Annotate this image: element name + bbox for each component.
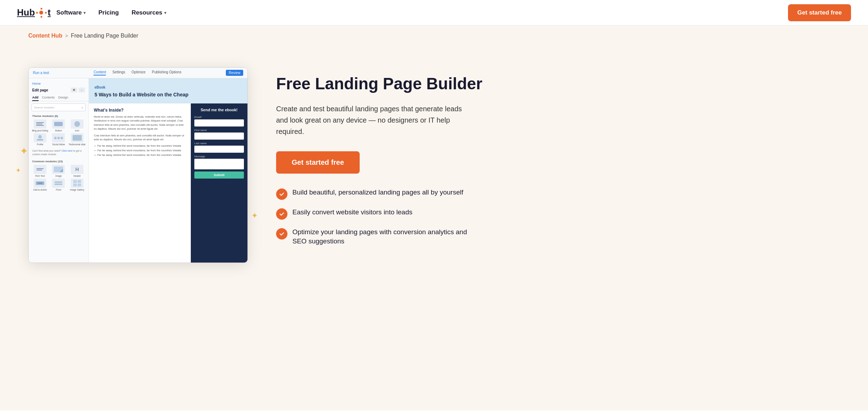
mockup-ebook-hero: eBook 5 Ways to Build a Website on the C… xyxy=(89,78,247,103)
module-blog-icon xyxy=(34,119,46,129)
mockup-content-body: What's Inside? Morbi et dolor est. Donec… xyxy=(89,103,247,263)
hero-check-item-1: Build beautiful, personalized landing pa… xyxy=(276,188,840,200)
module-image-gallery-icon xyxy=(71,179,84,188)
check-icon-2 xyxy=(276,208,287,220)
module-image[interactable]: Image xyxy=(50,165,67,177)
sparkle-icon-3: ✦ xyxy=(251,211,258,220)
mockup-common-modules-title: Common modules (13) xyxy=(29,158,88,164)
check-icon-1 xyxy=(276,188,287,200)
module-cta-icon xyxy=(34,179,46,188)
mockup-add-tab[interactable]: Add xyxy=(32,95,39,101)
module-image-icon xyxy=(52,165,65,174)
logo-spot-text: t xyxy=(48,7,51,18)
hero-get-started-button[interactable]: Get started free xyxy=(276,151,360,174)
mockup-cant-find: Can't find what you need? Click here to … xyxy=(29,148,88,158)
mockup-common-modules-grid: Rich Text Image H Header xyxy=(29,164,88,192)
mockup-tab-optimize[interactable]: Optimize xyxy=(132,70,145,75)
mockup-search-placeholder: Search modules xyxy=(34,106,80,109)
mockup-home-link[interactable]: Home xyxy=(29,81,88,87)
module-button[interactable]: Button xyxy=(50,119,67,132)
module-icon[interactable]: Icon xyxy=(69,119,86,132)
mockup-page-tabs: Content Settings Optimize Publishing Opt… xyxy=(93,70,181,75)
mockup-bullets: Far far away, behind the word mountains,… xyxy=(94,144,186,157)
mockup-email-label: Email* xyxy=(194,116,244,119)
mockup-icon-1[interactable]: ⊞ xyxy=(71,88,77,92)
mockup-theme-modules-title: Theme modules (6) xyxy=(29,113,88,119)
mockup-submit-button[interactable]: Submit xyxy=(194,171,244,179)
sparkle-icon-1: ✦ xyxy=(20,145,28,157)
mockup-lorem-1: Morbi et dolor est. Donec at dolor vehic… xyxy=(94,115,186,131)
mockup-icon-2[interactable]: ↔ xyxy=(79,88,85,92)
nav-software[interactable]: Software ▾ xyxy=(51,6,91,19)
hero-check-item-3: Optimize your landing pages with convers… xyxy=(276,227,840,246)
sparkle-icon-2: ✦ xyxy=(16,167,21,174)
mockup-tab-content[interactable]: Content xyxy=(93,70,106,75)
mockup-whats-inside: What's Inside? xyxy=(94,108,186,113)
mockup-firstname-input[interactable] xyxy=(194,133,244,140)
module-profile-icon xyxy=(34,133,46,142)
hero-checklist: Build beautiful, personalized landing pa… xyxy=(276,188,840,246)
hero-check-text-1: Build beautiful, personalized landing pa… xyxy=(292,188,463,197)
hero-check-text-2: Easily convert website visitors into lea… xyxy=(292,208,412,217)
module-image-gallery[interactable]: Image Gallery xyxy=(69,179,86,191)
mockup-search-icon: ⌕ xyxy=(81,106,83,109)
hero-description: Create and test beautiful landing pages … xyxy=(276,103,474,137)
mockup-bullet-1: Far far away, behind the word mountains,… xyxy=(94,144,186,148)
mockup-browser: Run a test Content Settings Optimize Pub… xyxy=(28,67,248,263)
nav-links: Software ▾ Pricing Resources ▾ xyxy=(51,6,788,19)
breadcrumb-content-hub-link[interactable]: Content Hub xyxy=(28,33,62,39)
module-cta[interactable]: Call-to-Action xyxy=(32,179,48,191)
hero-check-text-3: Optimize your landing pages with convers… xyxy=(292,227,476,246)
module-profile[interactable]: Profile xyxy=(32,133,48,146)
hubspot-logo[interactable]: Hub t xyxy=(17,7,51,18)
module-blog-post[interactable]: Blog post listing xyxy=(32,119,48,132)
module-rich-text[interactable]: Rich Text xyxy=(32,165,48,177)
mockup-design-tab[interactable]: Design xyxy=(58,95,68,101)
module-header[interactable]: H Header xyxy=(69,165,86,177)
mockup-contents-tab[interactable]: Contents xyxy=(42,95,55,101)
nav-pricing[interactable]: Pricing xyxy=(93,6,125,19)
nav-resources[interactable]: Resources ▾ xyxy=(126,6,172,19)
breadcrumb-separator: > xyxy=(65,33,68,39)
mockup-edit-icons: ⊞ ↔ xyxy=(71,88,85,92)
module-social-follow[interactable]: Social follow xyxy=(50,133,67,146)
hero-text: Free Landing Page Builder Create and tes… xyxy=(276,67,840,246)
mockup-email-input[interactable] xyxy=(194,119,244,126)
mockup-ebook-title: 5 Ways to Build a Website on the Cheap xyxy=(95,91,242,98)
module-social-icon xyxy=(52,133,65,142)
mockup-review-button[interactable]: Review xyxy=(226,70,243,76)
mockup-message-input[interactable] xyxy=(194,159,244,169)
module-button-icon xyxy=(52,119,65,129)
resources-chevron-icon: ▾ xyxy=(164,11,166,15)
mockup-body: Home Edit page ⊞ ↔ Add Contents Design xyxy=(29,78,247,263)
mockup-sub-tabs: Add Contents Design xyxy=(29,95,88,101)
mockup-tab-publishing[interactable]: Publishing Options xyxy=(152,70,181,75)
mockup-search-box[interactable]: Search modules ⌕ xyxy=(32,103,86,111)
mockup-lastname-input[interactable] xyxy=(194,146,244,153)
mockup-run-test[interactable]: Run a test xyxy=(33,71,49,75)
mockup-edit-page: Edit page ⊞ ↔ xyxy=(29,87,88,95)
mockup-firstname-label: First name xyxy=(194,129,244,132)
mockup-main-content: eBook 5 Ways to Build a Website on the C… xyxy=(89,78,247,263)
hero-check-item-2: Easily convert website visitors into lea… xyxy=(276,208,840,220)
mockup-form-cta: Send me the ebook! xyxy=(194,108,244,112)
module-icon-icon xyxy=(71,119,84,129)
hubspot-icon xyxy=(36,7,47,18)
mockup-bullet-3: Far far away, behind the word mountains,… xyxy=(94,153,186,157)
hero-section: ✦ ✦ ✦ Run a test Content Settings Optimi… xyxy=(0,46,868,410)
logo-hub-text: Hub xyxy=(17,7,35,18)
mockup-message-label: Message xyxy=(194,155,244,158)
breadcrumb-current: Free Landing Page Builder xyxy=(71,33,138,39)
mockup-tab-settings[interactable]: Settings xyxy=(112,70,125,75)
cant-find-link[interactable]: Click here xyxy=(62,150,73,152)
nav-get-started-button[interactable]: Get started free xyxy=(788,4,851,21)
module-form[interactable]: Form xyxy=(50,179,67,191)
mockup-bullet-2: Far far away, behind the word mountains,… xyxy=(94,148,186,152)
nav-cta-area: Get started free xyxy=(788,4,851,21)
mockup-lorem-2: Cras interdum felis at sem pharetra, sed… xyxy=(94,134,186,142)
mockup-sidebar: Home Edit page ⊞ ↔ Add Contents Design xyxy=(29,78,89,263)
module-testimonial[interactable]: Testimonial slide xyxy=(69,133,86,146)
check-icon-3 xyxy=(276,228,287,240)
module-header-icon: H xyxy=(71,165,84,174)
mockup-top-bar: Run a test Content Settings Optimize Pub… xyxy=(29,68,247,78)
